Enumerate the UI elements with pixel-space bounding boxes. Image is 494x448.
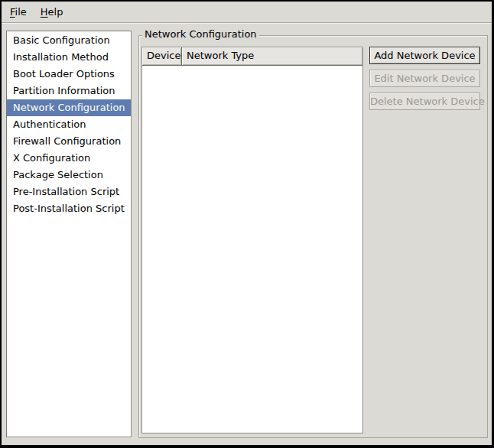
- network-configuration-frame: Network Configuration DeviceNetwork Type…: [138, 35, 488, 438]
- sidebar-item-basic-configuration[interactable]: Basic Configuration: [7, 32, 131, 49]
- table-header-row: DeviceNetwork Type: [142, 47, 362, 66]
- sidebar-item-authentication[interactable]: Authentication: [7, 116, 131, 133]
- network-device-table: DeviceNetwork Type: [141, 47, 363, 433]
- sidebar-item-pre-installation-script[interactable]: Pre-Installation Script: [7, 183, 131, 200]
- add-network-device-button[interactable]: Add Network Device: [369, 47, 480, 64]
- sidebar-item-network-configuration[interactable]: Network Configuration: [7, 99, 131, 116]
- delete-network-device-button: Delete Network Device: [369, 93, 480, 110]
- menu-help[interactable]: Help: [34, 4, 70, 21]
- section-list: Basic ConfigurationInstallation MethodBo…: [6, 31, 132, 437]
- device-action-buttons: Add Network DeviceEdit Network DeviceDel…: [369, 47, 480, 115]
- column-header-network-type[interactable]: Network Type: [182, 47, 362, 66]
- menu-bar: FileHelp: [2, 2, 492, 23]
- sidebar-item-x-configuration[interactable]: X Configuration: [7, 150, 131, 167]
- kickstart-configurator-window: FileHelp Basic ConfigurationInstallation…: [0, 0, 494, 448]
- sidebar-item-firewall-configuration[interactable]: Firewall Configuration: [7, 133, 131, 150]
- menu-file[interactable]: File: [3, 4, 34, 21]
- table-body[interactable]: [142, 66, 362, 433]
- column-header-device[interactable]: Device: [142, 47, 182, 66]
- edit-network-device-button: Edit Network Device: [369, 70, 480, 87]
- sidebar-item-partition-information[interactable]: Partition Information: [7, 83, 131, 99]
- frame-title: Network Configuration: [142, 28, 259, 40]
- sidebar-item-installation-method[interactable]: Installation Method: [7, 49, 131, 66]
- sidebar-item-boot-loader-options[interactable]: Boot Loader Options: [7, 66, 131, 83]
- sidebar-item-package-selection[interactable]: Package Selection: [7, 167, 131, 183]
- sidebar-item-post-installation-script[interactable]: Post-Installation Script: [7, 200, 131, 217]
